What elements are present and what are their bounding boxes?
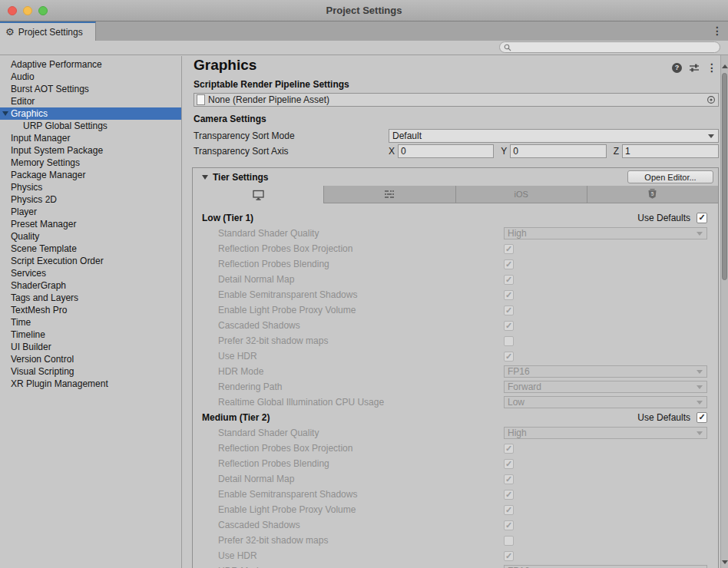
sidebar-item-script-execution-order[interactable]: Script Execution Order <box>0 255 181 267</box>
sidebar-item-timeline[interactable]: Timeline <box>0 329 181 341</box>
sidebar-item-editor[interactable]: Editor <box>0 95 181 107</box>
tab-bar: ⚙ Project Settings ⋮ <box>0 21 728 41</box>
close-window-button[interactable] <box>8 6 17 15</box>
tier-row-rendering-path: Rendering PathForward <box>193 379 718 395</box>
use-defaults-checkbox[interactable]: ✓ <box>697 412 707 423</box>
checkbox-prefer-32-bit-shadow-maps[interactable] <box>504 336 514 346</box>
sidebar-item-burst-aot-settings[interactable]: Burst AOT Settings <box>0 83 181 95</box>
window-title: Project Settings <box>0 0 728 21</box>
settings-category-list: Adaptive PerformanceAudioBurst AOT Setti… <box>0 56 182 568</box>
checkbox-prefer-32-bit-shadow-maps[interactable] <box>504 536 514 546</box>
tier-row-standard-shader-quality: Standard Shader QualityHigh <box>193 226 718 241</box>
tier-content: Low (Tier 1)Use Defaults✓Standard Shader… <box>193 203 718 568</box>
dropdown-hdr-mode[interactable]: FP16 <box>504 365 707 378</box>
sidebar-item-physics[interactable]: Physics <box>0 181 181 193</box>
checkbox-reflection-probes-box-projection[interactable]: ✓ <box>504 444 514 454</box>
dropdown-hdr-mode[interactable]: FP16 <box>504 565 707 568</box>
sidebar-item-adaptive-performance[interactable]: Adaptive Performance <box>0 58 181 71</box>
checkbox-reflection-probes-box-projection[interactable]: ✓ <box>504 244 514 254</box>
object-picker-icon[interactable] <box>706 95 716 104</box>
sidebar-item-quality[interactable]: Quality <box>0 230 181 243</box>
sidebar-item-shadergraph[interactable]: ShaderGraph <box>0 279 181 292</box>
tier-tab-server[interactable] <box>323 186 455 203</box>
sidebar-item-label: Scene Template <box>11 243 77 254</box>
tab-project-settings[interactable]: ⚙ Project Settings <box>0 21 96 41</box>
render-pipeline-asset-field[interactable]: None (Render Pipeline Asset) <box>194 93 719 107</box>
scroll-up-arrow-icon[interactable] <box>722 64 728 68</box>
tier-row-enable-light-probe-proxy-volume: Enable Light Probe Proxy Volume✓ <box>193 502 718 517</box>
sidebar-item-player[interactable]: Player <box>0 206 181 218</box>
tier-row-label: Reflection Probes Blending <box>202 458 504 469</box>
sidebar-item-tags-and-layers[interactable]: Tags and Layers <box>0 292 181 304</box>
minimize-window-button[interactable] <box>23 6 32 15</box>
checkbox-reflection-probes-blending[interactable]: ✓ <box>504 259 514 269</box>
sidebar-item-label: Physics 2D <box>11 194 57 205</box>
sidebar-item-xr-plugin-management[interactable]: XR Plugin Management <box>0 378 181 390</box>
foldout-triangle-icon[interactable] <box>2 111 8 116</box>
sidebar-item-services[interactable]: Services <box>0 267 181 279</box>
tier-row-reflection-probes-blending: Reflection Probes Blending✓ <box>193 256 718 272</box>
window-titlebar[interactable]: Project Settings <box>0 0 728 21</box>
zoom-window-button[interactable] <box>38 6 48 15</box>
checkbox-detail-normal-map[interactable]: ✓ <box>504 474 514 484</box>
dropdown-realtime-global-illumination-cpu-usage[interactable]: Low <box>504 396 707 408</box>
vertical-scrollbar[interactable] <box>720 55 728 568</box>
sidebar-item-ui-builder[interactable]: UI Builder <box>0 341 181 353</box>
foldout-triangle-icon[interactable] <box>202 175 208 180</box>
use-defaults-checkbox[interactable]: ✓ <box>697 213 707 223</box>
sidebar-item-visual-scripting[interactable]: Visual Scripting <box>0 365 181 378</box>
sidebar-item-input-manager[interactable]: Input Manager <box>0 132 181 144</box>
checkbox-use-hdr[interactable]: ✓ <box>504 551 514 561</box>
transparency-sort-mode-value: Default <box>392 130 422 141</box>
scroll-down-arrow-icon[interactable] <box>722 560 728 564</box>
axis-x-field[interactable]: 0 <box>398 144 494 158</box>
sidebar-item-textmesh-pro[interactable]: TextMesh Pro <box>0 304 181 316</box>
checkbox-detail-normal-map[interactable]: ✓ <box>504 275 514 285</box>
tier-tab-desktop[interactable] <box>193 186 323 203</box>
checkbox-enable-light-probe-proxy-volume[interactable]: ✓ <box>504 505 514 515</box>
tier-row-label: Cascaded Shadows <box>202 520 504 530</box>
axis-z-field[interactable]: 1 <box>622 144 719 158</box>
tier-row-standard-shader-quality: Standard Shader QualityHigh <box>193 425 718 441</box>
tier-row-label: Prefer 32-bit shadow maps <box>202 335 504 346</box>
sidebar-item-preset-manager[interactable]: Preset Manager <box>0 218 181 230</box>
search-box[interactable] <box>499 41 720 53</box>
dropdown-standard-shader-quality[interactable]: High <box>504 427 707 439</box>
checkbox-enable-semitransparent-shadows[interactable]: ✓ <box>504 490 514 500</box>
open-editor-button[interactable]: Open Editor... <box>627 170 713 183</box>
tier-tab-webgl[interactable]: 5 <box>587 186 718 203</box>
checkbox-enable-light-probe-proxy-volume[interactable]: ✓ <box>504 305 514 315</box>
dropdown-rendering-path[interactable]: Forward <box>504 381 707 393</box>
tier-settings-header: Tier Settings Open Editor... <box>193 168 718 186</box>
checkbox-cascaded-shadows[interactable]: ✓ <box>504 520 514 530</box>
scrollbar-thumb[interactable] <box>722 73 727 280</box>
sidebar-item-graphics[interactable]: Graphics <box>0 107 181 120</box>
more-menu-icon[interactable]: ⋮ <box>706 62 717 73</box>
sidebar-item-version-control[interactable]: Version Control <box>0 353 181 365</box>
sidebar-item-time[interactable]: Time <box>0 316 181 329</box>
tier-header-low-tier-1: Low (Tier 1)Use Defaults✓ <box>193 210 718 226</box>
tier-tab-ios[interactable]: iOS <box>455 186 587 203</box>
sidebar-item-memory-settings[interactable]: Memory Settings <box>0 157 181 169</box>
presets-icon[interactable] <box>689 63 700 72</box>
sidebar-item-label: Physics <box>11 182 42 193</box>
axis-y-field[interactable]: 0 <box>510 144 606 158</box>
sidebar-item-urp-global-settings[interactable]: URP Global Settings <box>0 120 181 132</box>
search-input[interactable] <box>514 43 720 52</box>
srp-section-label: Scriptable Render Pipeline Settings <box>194 79 349 90</box>
help-icon[interactable]: ? <box>672 63 682 73</box>
sidebar-item-package-manager[interactable]: Package Manager <box>0 169 181 181</box>
sidebar-item-scene-template[interactable]: Scene Template <box>0 243 181 255</box>
sidebar-item-audio[interactable]: Audio <box>0 71 181 83</box>
checkbox-enable-semitransparent-shadows[interactable]: ✓ <box>504 290 514 300</box>
tab-menu-icon[interactable]: ⋮ <box>712 25 723 36</box>
transparency-sort-mode-dropdown[interactable]: Default <box>389 129 719 143</box>
checkbox-use-hdr[interactable]: ✓ <box>504 352 514 362</box>
webgl-icon: 5 <box>648 189 657 200</box>
checkbox-cascaded-shadows[interactable]: ✓ <box>504 321 514 331</box>
sidebar-item-physics-2d[interactable]: Physics 2D <box>0 193 181 206</box>
sidebar-item-input-system-package[interactable]: Input System Package <box>0 144 181 157</box>
dropdown-standard-shader-quality[interactable]: High <box>504 227 707 239</box>
tier-row-cascaded-shadows: Cascaded Shadows✓ <box>193 517 718 533</box>
checkbox-reflection-probes-blending[interactable]: ✓ <box>504 459 514 469</box>
